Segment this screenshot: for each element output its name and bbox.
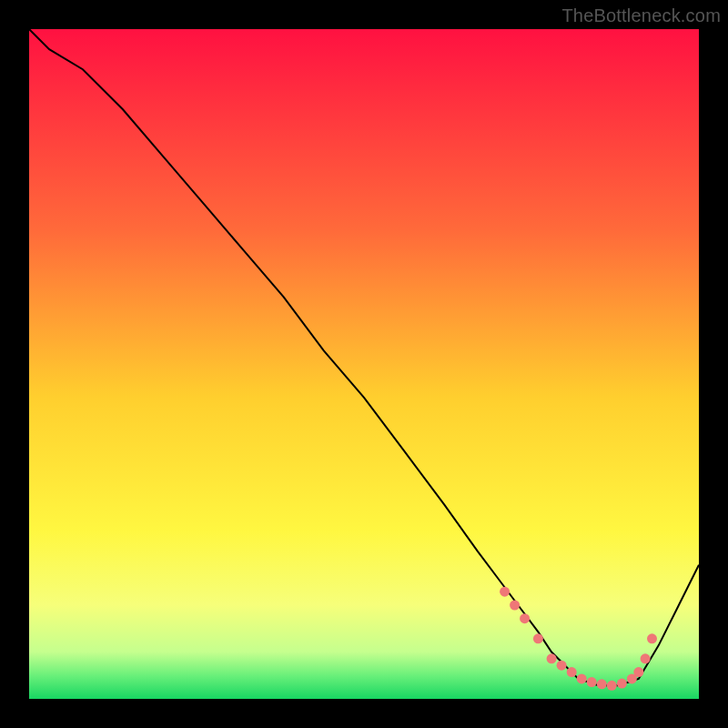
chart-frame: TheBottleneck.com: [0, 0, 728, 728]
chart-svg: [29, 29, 699, 699]
marker-dot: [567, 667, 577, 677]
watermark-text: TheBottleneck.com: [561, 5, 721, 26]
marker-dot: [520, 613, 530, 623]
marker-dot: [533, 633, 543, 643]
gradient-background: [29, 29, 699, 699]
marker-dot: [607, 681, 617, 691]
marker-dot: [597, 679, 607, 689]
marker-dot: [577, 673, 587, 683]
marker-dot: [547, 653, 557, 663]
plot-area: [29, 29, 699, 699]
marker-dot: [587, 677, 597, 687]
marker-dot: [633, 667, 643, 677]
marker-dot: [557, 661, 567, 671]
marker-dot: [500, 587, 510, 597]
marker-dot: [510, 601, 520, 611]
marker-dot: [617, 679, 627, 689]
marker-dot: [641, 653, 651, 663]
marker-dot: [647, 633, 657, 643]
